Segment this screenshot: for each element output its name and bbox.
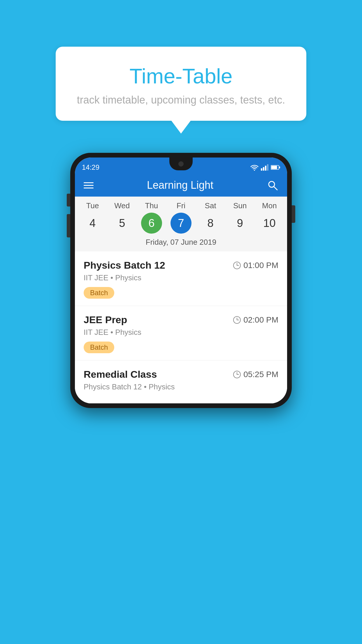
- phone-screen: 14:29: [75, 158, 287, 403]
- status-time: 14:29: [82, 163, 99, 172]
- day-number[interactable]: 8: [200, 213, 221, 234]
- day-label: Sun: [233, 201, 247, 210]
- day-label: Fri: [177, 201, 185, 210]
- schedule-item-title: Remedial Class: [84, 369, 157, 380]
- day-label: Mon: [262, 201, 277, 210]
- app-header: Learning Light: [75, 174, 287, 197]
- hamburger-menu-button[interactable]: [84, 182, 94, 188]
- calendar-strip: Tue4Wed5Thu6Fri7Sat8Sun9Mon10 Friday, 07…: [75, 197, 287, 251]
- day-number[interactable]: 9: [229, 213, 250, 234]
- day-label: Sat: [205, 201, 216, 210]
- day-number[interactable]: 5: [112, 213, 133, 234]
- svg-point-0: [254, 170, 255, 171]
- app-title: Learning Light: [147, 179, 213, 191]
- schedule-item[interactable]: Remedial Class 05:25 PMPhysics Batch 12 …: [75, 360, 287, 403]
- schedule-subtitle: IIT JEE • Physics: [84, 328, 278, 337]
- schedule-subtitle: IIT JEE • Physics: [84, 273, 278, 282]
- day-col[interactable]: Tue4: [80, 201, 106, 234]
- day-col[interactable]: Mon10: [256, 201, 282, 234]
- svg-rect-3: [265, 166, 266, 171]
- day-number[interactable]: 7: [171, 213, 191, 234]
- tooltip-title: Time-Table: [73, 64, 289, 88]
- clock-icon: [233, 370, 241, 379]
- day-number[interactable]: 4: [82, 213, 103, 234]
- wifi-icon: [250, 164, 259, 171]
- schedule-item-title: JEE Prep: [84, 314, 127, 326]
- schedule-time: 01:00 PM: [233, 261, 278, 270]
- svg-rect-6: [271, 166, 277, 169]
- schedule-item-header: Physics Batch 12 01:00 PM: [84, 260, 278, 271]
- volume-up-button: [67, 194, 70, 206]
- tooltip-card: Time-Table track timetable, upcoming cla…: [56, 47, 306, 121]
- phone-mockup: 14:29: [70, 153, 292, 408]
- batch-badge: Batch: [84, 287, 114, 299]
- search-button[interactable]: [267, 179, 278, 191]
- day-number[interactable]: 6: [141, 213, 162, 234]
- schedule-time-text: 01:00 PM: [243, 261, 278, 270]
- search-icon: [267, 180, 278, 190]
- signal-icon: [261, 164, 268, 171]
- schedule-item-header: JEE Prep 02:00 PM: [84, 314, 278, 326]
- batch-badge: Batch: [84, 342, 114, 353]
- tooltip-subtitle: track timetable, upcoming classes, tests…: [73, 94, 289, 106]
- schedule-item-header: Remedial Class 05:25 PM: [84, 369, 278, 380]
- schedule-list: Physics Batch 12 01:00 PMIIT JEE • Physi…: [75, 251, 287, 403]
- schedule-time: 05:25 PM: [233, 370, 278, 379]
- schedule-item[interactable]: Physics Batch 12 01:00 PMIIT JEE • Physi…: [75, 251, 287, 306]
- phone-frame: 14:29: [70, 153, 292, 408]
- clock-icon: [233, 261, 241, 270]
- day-col[interactable]: Sun9: [227, 201, 253, 234]
- schedule-item-title: Physics Batch 12: [84, 260, 165, 271]
- day-label: Wed: [114, 201, 130, 210]
- status-icons: [250, 164, 280, 171]
- schedule-subtitle: Physics Batch 12 • Physics: [84, 382, 278, 391]
- day-number[interactable]: 10: [259, 213, 280, 234]
- svg-rect-4: [267, 164, 268, 171]
- days-row: Tue4Wed5Thu6Fri7Sat8Sun9Mon10: [75, 201, 287, 234]
- day-label: Tue: [86, 201, 99, 210]
- day-col[interactable]: Wed5: [109, 201, 135, 234]
- schedule-time-text: 02:00 PM: [243, 315, 278, 325]
- volume-down-button: [67, 214, 70, 237]
- schedule-time-text: 05:25 PM: [243, 370, 278, 379]
- svg-rect-7: [279, 167, 280, 168]
- clock-icon: [233, 316, 241, 324]
- svg-rect-1: [261, 168, 262, 171]
- power-button: [292, 205, 295, 223]
- svg-rect-2: [263, 167, 264, 171]
- day-col[interactable]: Fri7: [168, 201, 194, 234]
- svg-line-9: [274, 187, 277, 190]
- schedule-item[interactable]: JEE Prep 02:00 PMIIT JEE • PhysicsBatch: [75, 306, 287, 360]
- day-label: Thu: [145, 201, 158, 210]
- selected-date-label: Friday, 07 June 2019: [75, 234, 287, 251]
- schedule-time: 02:00 PM: [233, 315, 278, 325]
- day-col[interactable]: Thu6: [138, 201, 165, 234]
- battery-icon: [271, 165, 280, 170]
- day-col[interactable]: Sat8: [197, 201, 224, 234]
